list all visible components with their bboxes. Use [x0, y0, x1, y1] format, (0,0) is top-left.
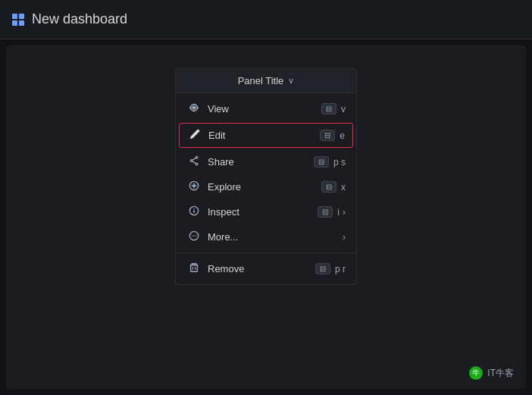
svg-point-2: [196, 163, 198, 165]
inspect-label: Inspect: [208, 206, 311, 218]
svg-point-11: [192, 235, 192, 236]
menu-item-inspect[interactable]: Inspect ⊟ i ›: [176, 199, 356, 224]
watermark-text: IT牛客: [487, 367, 514, 380]
remove-key: p r: [335, 264, 346, 274]
panel-title-bar[interactable]: Panel Title ∨: [175, 68, 357, 93]
edit-shortcut-box: ⊟: [320, 130, 335, 141]
view-shortcut-box: ⊟: [321, 103, 336, 114]
explore-label: Explore: [208, 181, 315, 193]
menu-divider: [176, 252, 356, 253]
more-arrow: ›: [343, 232, 346, 243]
menu-item-share[interactable]: Share ⊟ p s: [176, 149, 356, 174]
inspect-key: i: [337, 207, 340, 218]
inspect-arrow: ›: [343, 207, 346, 218]
menu-item-edit[interactable]: Edit ⊟ e: [179, 123, 353, 148]
explore-shortcut-box: ⊟: [321, 181, 336, 193]
main-area: Panel Title ∨ View ⊟ v: [6, 45, 526, 389]
view-label: View: [208, 103, 315, 114]
menu-item-view[interactable]: View ⊟ v: [176, 96, 356, 121]
svg-point-9: [193, 208, 194, 209]
watermark: 牛 IT牛客: [469, 366, 514, 380]
inspect-shortcut-box: ⊟: [318, 206, 333, 218]
menu-item-remove[interactable]: Remove ⊟ p r: [176, 256, 356, 281]
svg-rect-14: [191, 265, 198, 272]
share-label: Share: [208, 156, 308, 168]
svg-point-7: [193, 185, 196, 187]
share-key: p s: [333, 157, 346, 168]
edit-icon: [187, 129, 202, 142]
remove-label: Remove: [208, 263, 309, 274]
svg-point-0: [192, 105, 196, 109]
svg-point-1: [196, 156, 198, 158]
panel-title-chevron: ∨: [288, 76, 294, 86]
view-icon: [186, 102, 202, 115]
svg-line-4: [192, 158, 196, 161]
edit-label: Edit: [208, 130, 314, 141]
view-key: v: [341, 104, 346, 114]
explore-key: x: [341, 182, 346, 193]
edit-key: e: [340, 130, 345, 141]
watermark-icon: 牛: [469, 366, 483, 380]
explore-icon: [186, 180, 202, 193]
more-icon: [186, 230, 202, 243]
svg-point-13: [195, 235, 196, 236]
menu-item-more[interactable]: More... ›: [176, 224, 356, 249]
share-shortcut-box: ⊟: [314, 156, 329, 168]
inspect-icon: [186, 205, 202, 218]
dropdown-menu: View ⊟ v Edit ⊟ e: [175, 93, 357, 285]
remove-icon: [186, 262, 202, 275]
header-title: New dashboard: [32, 11, 127, 27]
svg-point-3: [190, 160, 192, 162]
more-label: More...: [208, 231, 340, 243]
panel-container: Panel Title ∨ View ⊟ v: [175, 68, 357, 285]
menu-item-explore[interactable]: Explore ⊟ x: [176, 174, 356, 199]
svg-point-12: [193, 235, 194, 236]
svg-line-5: [192, 161, 196, 164]
header: New dashboard: [0, 0, 532, 39]
remove-shortcut-box: ⊟: [315, 263, 330, 274]
dashboard-grid-icon: [12, 14, 24, 26]
share-icon: [186, 155, 202, 168]
panel-title-text: Panel Title: [238, 75, 284, 86]
